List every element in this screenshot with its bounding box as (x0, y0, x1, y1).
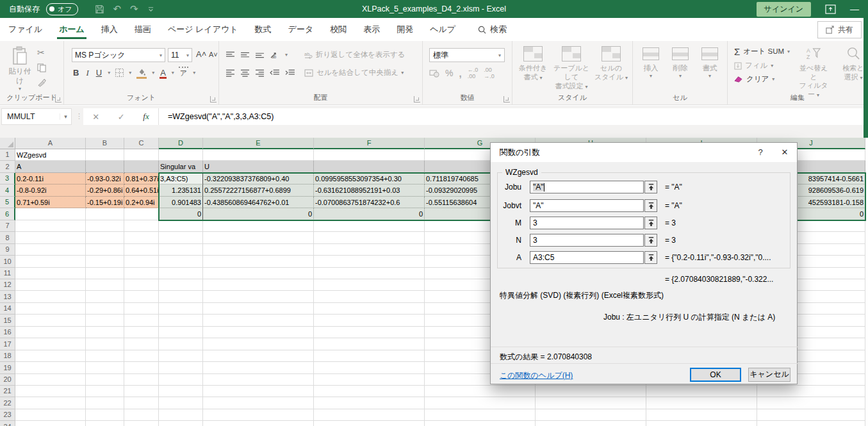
cell-C9[interactable] (124, 244, 159, 256)
cell-D6[interactable]: 0 (159, 208, 203, 220)
cell-F7[interactable] (314, 220, 425, 232)
font-size-select[interactable]: 11 ▾ (168, 48, 192, 62)
cell-F12[interactable] (314, 279, 425, 291)
cell-B23[interactable] (86, 409, 124, 421)
align-left-button[interactable] (225, 69, 235, 77)
row-header-24[interactable]: 24 (0, 421, 15, 426)
cell-B2[interactable] (86, 161, 124, 173)
phonetic-guide-button[interactable]: ア (179, 67, 188, 79)
row-header-5[interactable]: 5 (0, 197, 15, 208)
cell-E13[interactable] (203, 291, 314, 303)
cell-C24[interactable] (124, 421, 159, 426)
italic-button[interactable]: I (85, 67, 90, 79)
cell-B1[interactable] (86, 149, 124, 161)
ok-button[interactable]: OK (690, 368, 741, 382)
cut-button[interactable]: ✂ (37, 47, 45, 58)
tab-review[interactable]: 校閲 (322, 19, 355, 41)
cell-B12[interactable] (86, 279, 124, 291)
ribbon-display-options-icon[interactable] (825, 4, 836, 14)
cell-B10[interactable] (86, 256, 124, 268)
cell-D15[interactable] (159, 315, 203, 327)
cell-D16[interactable] (159, 327, 203, 338)
cell-E21[interactable] (203, 386, 314, 397)
arg-input-jobu[interactable]: "A" (530, 181, 644, 193)
cell-C20[interactable] (124, 374, 159, 386)
cell-I22[interactable] (646, 397, 757, 409)
cell-E16[interactable] (203, 327, 314, 338)
cell-F1[interactable] (314, 149, 425, 161)
borders-dropdown[interactable]: ▾ (129, 70, 131, 76)
cell-J23[interactable] (757, 409, 865, 421)
font-color-button[interactable]: A (159, 67, 167, 78)
cell-F10[interactable] (314, 256, 425, 268)
fill-color-dropdown[interactable]: ▾ (152, 70, 154, 76)
cell-E3[interactable]: -0.322093837376809+0.40 (203, 173, 314, 184)
cell-E24[interactable] (203, 421, 314, 426)
cell-B20[interactable] (86, 374, 124, 386)
cell-C10[interactable] (124, 256, 159, 268)
cell-A11[interactable] (15, 268, 86, 279)
orientation-button[interactable]: ab (270, 51, 280, 59)
cell-E7[interactable] (203, 220, 314, 232)
fill-button[interactable]: フィル ▾ (734, 61, 790, 70)
tab-developer[interactable]: 開発 (388, 19, 422, 41)
cell-F2[interactable] (314, 161, 425, 173)
select-all-corner[interactable] (0, 138, 15, 149)
cell-D10[interactable] (159, 256, 203, 268)
cell-C8[interactable] (124, 232, 159, 244)
row-header-10[interactable]: 10 (0, 256, 15, 268)
comma-style-button[interactable]: , (459, 68, 461, 79)
cell-D17[interactable] (159, 338, 203, 350)
cell-D14[interactable] (159, 303, 203, 315)
arg-input-jobvt[interactable]: "A" (530, 199, 644, 212)
share-button[interactable]: 共有 (817, 21, 862, 38)
collapse-dialog-button[interactable] (644, 217, 657, 229)
cell-A24[interactable] (15, 421, 86, 426)
save-icon[interactable] (95, 4, 104, 14)
cell-E18[interactable] (203, 350, 314, 362)
arg-input-m[interactable]: 3 (530, 217, 644, 229)
cell-H24[interactable] (536, 421, 646, 426)
cell-styles-button[interactable]: セルのスタイル ▾ (592, 46, 630, 82)
row-header-2[interactable]: 2 (0, 161, 15, 173)
cell-A10[interactable] (15, 256, 86, 268)
row-header-15[interactable]: 15 (0, 315, 15, 327)
cell-C23[interactable] (124, 409, 159, 421)
align-bottom-button[interactable] (255, 51, 265, 59)
cell-I24[interactable] (646, 421, 757, 426)
wrap-text-button[interactable]: ab 折り返して全体を表示する (304, 50, 405, 60)
tab-view[interactable]: 表示 (355, 19, 388, 41)
cell-E2[interactable]: U (203, 161, 314, 173)
cell-C22[interactable] (124, 397, 159, 409)
cell-B19[interactable] (86, 362, 124, 374)
align-top-button[interactable] (225, 51, 235, 59)
cell-D5[interactable]: 0.901483 (159, 197, 203, 208)
clipboard-dialog-launcher[interactable] (55, 96, 61, 102)
cell-A8[interactable] (15, 232, 86, 244)
cell-J21[interactable] (757, 386, 865, 397)
cell-A2[interactable]: A (15, 161, 86, 173)
row-header-17[interactable]: 17 (0, 338, 15, 350)
cell-G22[interactable] (425, 397, 536, 409)
cell-B15[interactable] (86, 315, 124, 327)
row-header-20[interactable]: 20 (0, 374, 15, 386)
row-header-12[interactable]: 12 (0, 279, 15, 291)
cell-A7[interactable] (15, 220, 86, 232)
cell-H23[interactable] (536, 409, 646, 421)
formula-bar-splitter[interactable]: ⋮ (76, 112, 83, 120)
customize-qat-icon[interactable] (147, 6, 154, 13)
cell-A6[interactable] (15, 208, 86, 220)
cell-B7[interactable] (86, 220, 124, 232)
collapse-dialog-button[interactable] (644, 234, 657, 247)
row-header-9[interactable]: 9 (0, 244, 15, 256)
cell-D13[interactable] (159, 291, 203, 303)
cell-G24[interactable] (425, 421, 536, 426)
cell-H21[interactable] (536, 386, 646, 397)
cell-C1[interactable] (124, 149, 159, 161)
number-dialog-launcher[interactable] (504, 96, 510, 102)
font-name-select[interactable]: MS Pゴシック ▾ (72, 48, 165, 62)
cell-A19[interactable] (15, 362, 86, 374)
cell-F16[interactable] (314, 327, 425, 338)
format-as-table-button[interactable]: テーブルとして書式設定 ▾ (552, 46, 591, 90)
cell-D2[interactable]: Singular va (159, 161, 203, 173)
